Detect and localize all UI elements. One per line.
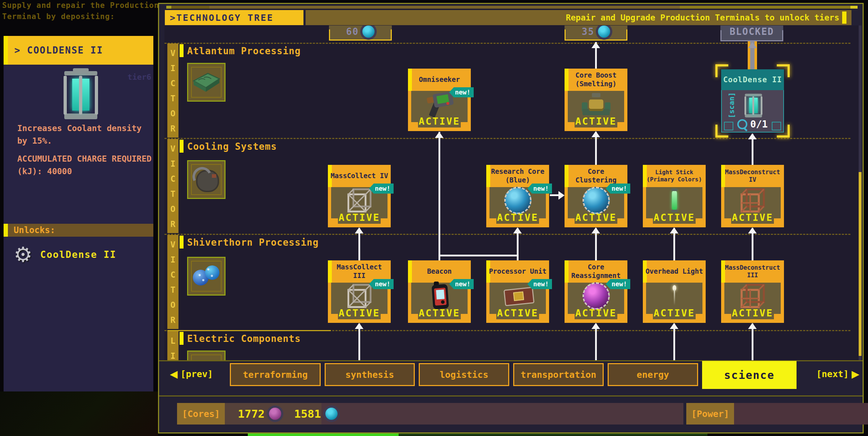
tab-energy[interactable]: energy xyxy=(608,363,698,386)
row-item-box xyxy=(187,257,226,296)
blue-core-icon xyxy=(325,408,338,420)
node-status: ACTIVE xyxy=(724,212,781,223)
scan-progress: 0/1 xyxy=(722,119,783,130)
tier-strip: VICTOR xyxy=(167,235,178,329)
tech-node-mini[interactable]: 35 xyxy=(565,25,627,41)
mini-node-value: 60 xyxy=(346,26,359,37)
node-title: MassDeconstruct IV xyxy=(721,165,784,187)
tab-transportation[interactable]: transportation xyxy=(513,363,604,386)
arrow-up-icon xyxy=(355,323,363,329)
light-stick-item-image xyxy=(671,189,678,212)
tech-node-core-reassignment[interactable]: Core Reassignment ACTIVE new! xyxy=(565,260,627,323)
corner-bracket-icon xyxy=(384,29,392,41)
unlocks-label: Unlocks: xyxy=(14,225,55,235)
row-label: Atlantum Processing xyxy=(187,46,301,56)
new-badge: new! xyxy=(606,184,630,194)
tech-node-light-stick[interactable]: Light Stick (Primary Colors) ACTIVE xyxy=(643,165,706,227)
blue-core-icon xyxy=(598,25,610,38)
unlocks-accent-stripe xyxy=(4,224,8,237)
beacon-item-image xyxy=(430,282,449,310)
charge-required-text: ACCUMULATED CHARGE REQUIRED(kJ): 40000 xyxy=(17,153,152,178)
row-item-box xyxy=(187,160,226,199)
game-screen: Supply and repair the Production Termina… xyxy=(0,0,868,436)
arrow-up-icon xyxy=(591,42,600,48)
tech-node-research-core-blue[interactable]: Research Core (Blue) ACTIVE new! xyxy=(486,165,549,227)
arrow-up-icon xyxy=(748,323,757,329)
tab-science-active[interactable]: science xyxy=(702,361,797,389)
scanner-item-image xyxy=(424,90,455,119)
tab-logistics[interactable]: logistics xyxy=(419,363,509,386)
row-accent-bar xyxy=(180,140,184,153)
tab-terraforming[interactable]: terraforming xyxy=(230,363,321,386)
tech-node-core-clustering[interactable]: Core Clustering ACTIVE new! xyxy=(565,165,627,227)
row-separator xyxy=(164,138,850,139)
gear-icon: ⚙ xyxy=(14,242,32,267)
background-terrain-glow xyxy=(399,433,707,436)
tech-node-blocked: BLOCKED xyxy=(720,25,783,41)
node-body: ACTIVE xyxy=(568,91,624,127)
tech-node-overhead-light[interactable]: Overhead Light ACTIVE xyxy=(643,260,706,323)
arrow-up-icon xyxy=(591,323,600,329)
tech-node-processor-unit[interactable]: Processor Unit ACTIVE new! xyxy=(486,260,549,323)
cores-label: [Cores] xyxy=(177,403,225,425)
tech-node-mini[interactable]: 60 xyxy=(329,25,392,41)
next-page-button[interactable]: [next] ▶ xyxy=(816,368,859,380)
tree-title-box: >TECHNOLOGY TREE xyxy=(165,10,303,25)
row-accent-bar xyxy=(180,332,184,345)
cooldense-item-image xyxy=(61,71,101,119)
tree-hint-text: Repair and Upgrade Production Terminals … xyxy=(566,13,839,22)
tree-viewport[interactable]: VICTOR VICTOR VICTOR LIM Atlantum Proces… xyxy=(164,25,859,360)
row-separator-highlight xyxy=(167,330,331,331)
new-badge: new! xyxy=(528,184,552,194)
tech-node-omniseeker[interactable]: Omniseeker ACTIVE new! xyxy=(408,69,471,131)
connector-line xyxy=(550,194,559,196)
row-item-box xyxy=(187,63,226,102)
header-accent-stripe xyxy=(4,36,8,65)
power-label: [Power] xyxy=(686,403,734,425)
corner-brackets-icon xyxy=(191,354,222,360)
next-label: [next] xyxy=(816,369,849,379)
unlock-item-row: ⚙ CoolDense II xyxy=(14,242,116,267)
node-status: ACTIVE xyxy=(568,307,624,319)
tier-watermark: tier6 xyxy=(127,73,151,82)
node-status: ACTIVE xyxy=(724,307,781,319)
corner-bracket-icon xyxy=(565,29,572,41)
purple-core-item-image xyxy=(582,282,610,310)
tech-node-massdeconstruct-3[interactable]: MassDeconstruct III ACTIVE xyxy=(721,260,784,323)
node-title: MassDeconstruct III xyxy=(721,260,784,283)
bg-line: Supply and repair the Production xyxy=(2,0,159,11)
tab-synthesis[interactable]: synthesis xyxy=(325,363,415,386)
tech-node-masscollect-4[interactable]: MassCollect IV ACTIVE new! xyxy=(328,165,391,227)
blue-core-item-image xyxy=(582,187,610,214)
next-arrow-icon: ▶ xyxy=(851,368,859,380)
connector-line xyxy=(438,132,440,260)
tree-scrollbar-thumb[interactable] xyxy=(859,172,862,356)
row-accent-bar xyxy=(180,44,184,57)
tech-node-cooldense-2-selected[interactable]: CoolDense II [scan] 0/1 xyxy=(721,69,784,133)
arrow-up-icon xyxy=(591,131,600,137)
technology-tree-panel: >TECHNOLOGY TREE Repair and Upgrade Prod… xyxy=(158,3,864,433)
new-badge: new! xyxy=(449,87,474,97)
tree-scrollbar-track[interactable] xyxy=(859,25,862,360)
row-accent-bar xyxy=(180,236,184,249)
new-badge: new! xyxy=(528,279,552,289)
node-status: ACTIVE xyxy=(411,116,468,127)
new-badge: new! xyxy=(369,279,394,289)
tech-node-masscollect-3[interactable]: MassCollect III ACTIVE new xyxy=(328,260,391,323)
purple-core-count: 1772 xyxy=(238,407,265,420)
tech-node-core-boost-smelting[interactable]: Core Boost (Smelting) ACTIVE xyxy=(565,69,627,131)
row-item-box xyxy=(187,351,226,360)
node-status: ACTIVE xyxy=(568,116,624,127)
prev-page-button[interactable]: ◀ [prev] xyxy=(170,368,213,380)
tech-node-massdeconstruct-4[interactable]: MassDeconstruct IV ACTIVE xyxy=(721,165,784,227)
tier-strip: VICTOR xyxy=(167,139,178,233)
node-body: ACTIVE xyxy=(724,187,781,224)
selected-tech-title: > COOLDENSE II xyxy=(14,45,103,56)
cooling-system-item-image xyxy=(192,166,221,193)
tech-node-beacon[interactable]: Beacon ACTIVE new! xyxy=(408,260,471,323)
background-terminal-text: Supply and repair the Production Termina… xyxy=(2,0,159,22)
corner-bracket-icon xyxy=(776,30,783,41)
new-badge: new! xyxy=(369,184,394,194)
hint-bar-endcap xyxy=(842,11,846,24)
corner-bracket-icon xyxy=(620,29,627,41)
